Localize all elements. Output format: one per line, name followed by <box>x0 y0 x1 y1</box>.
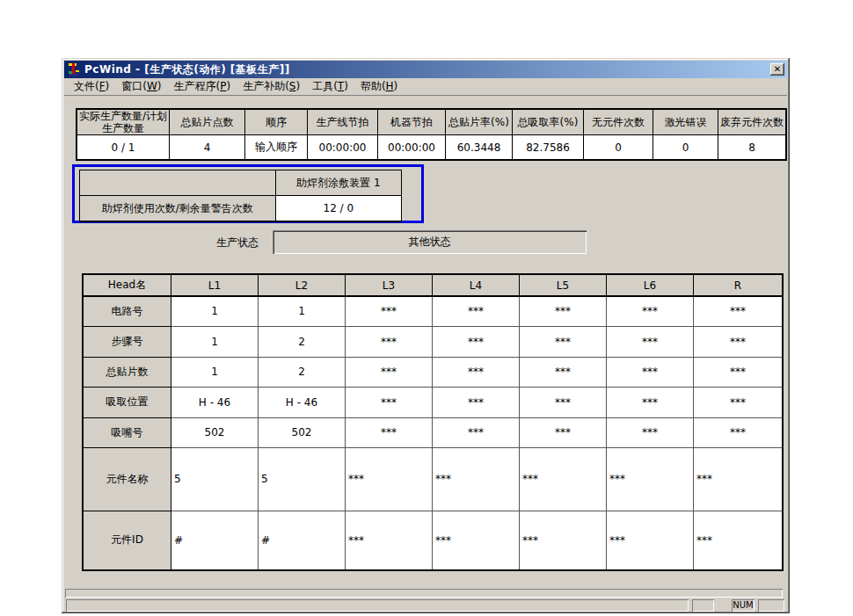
main-value-cell: *** <box>433 387 520 417</box>
stats-header-cell: 机器节拍 <box>378 109 446 135</box>
main-value-cell: *** <box>607 447 694 511</box>
main-table-row: 吸取位置H - 46H - 46*************** <box>83 387 783 417</box>
close-icon: ✕ <box>774 65 781 74</box>
main-value-cell: H - 46 <box>259 387 346 417</box>
main-value-cell: *** <box>346 387 433 417</box>
stats-header-cell: 总吸取率(%) <box>513 109 584 135</box>
menu-item-5[interactable]: 帮助(H) <box>354 78 404 96</box>
main-value-cell: *** <box>694 357 784 387</box>
main-value-cell: *** <box>520 296 607 326</box>
stats-value-cell: 0 / 1 <box>77 135 170 161</box>
main-value-cell: *** <box>694 326 784 357</box>
stats-header-cell: 生产线节拍 <box>308 109 378 135</box>
main-table: Head名L1L2L3L4L5L6R电路号11***************步骤… <box>82 273 784 571</box>
main-value-cell: *** <box>694 417 784 447</box>
main-value-cell: *** <box>520 447 607 511</box>
main-header-cell: L1 <box>171 274 259 296</box>
main-header-cell: L3 <box>346 274 433 296</box>
stats-value-cell: 00:00:00 <box>308 135 378 161</box>
app-window: PcWind - [生产状态(动作) [基板生产]] ✕ 文件(F)窗口(W)生… <box>62 58 790 613</box>
stats-table: 实际生产数量/计划 生产数量总贴片点数顺序生产线节拍机器节拍总贴片率(%)总吸取… <box>76 108 787 161</box>
main-value-cell: *** <box>607 357 694 387</box>
main-value-cell: 1 <box>171 326 259 357</box>
menu-item-1[interactable]: 窗口(W) <box>115 78 167 96</box>
main-table-row: 元件ID##*************** <box>83 511 783 570</box>
stats-value-cell: 4 <box>170 135 245 161</box>
main-value-cell: 502 <box>171 417 259 447</box>
main-header-cell: R <box>694 274 784 296</box>
stats-header-cell: 激光错误 <box>653 109 718 135</box>
main-value-cell: *** <box>520 417 607 447</box>
main-header-cell: L5 <box>520 274 607 296</box>
status-panel-main <box>66 599 689 612</box>
main-value-cell: 2 <box>259 326 346 357</box>
main-table-row: 总贴片数12*************** <box>83 357 783 387</box>
flux-device-header: 助焊剂涂敷装置 1 <box>275 170 401 196</box>
status-panel-num: NUM <box>732 599 755 612</box>
stats-header-cell: 无元件次数 <box>584 109 653 135</box>
flux-highlight-box: 助焊剂涂敷装置 1 助焊剂使用次数/剩余量警告次数 12 / 0 <box>72 164 424 223</box>
main-value-cell: *** <box>346 417 433 447</box>
menu-item-4[interactable]: 工具(T) <box>306 78 354 96</box>
main-value-cell: 502 <box>259 417 346 447</box>
main-value-cell: 1 <box>171 357 259 387</box>
main-value-cell: *** <box>520 326 607 357</box>
main-value-cell: 2 <box>259 357 346 387</box>
main-value-cell: # <box>259 511 346 570</box>
bottom-panel <box>65 589 783 598</box>
status-bar: NUM <box>63 599 786 612</box>
main-value-cell: *** <box>520 357 607 387</box>
main-value-cell: # <box>171 511 259 570</box>
production-status-label: 生产状态 <box>216 236 259 250</box>
main-value-cell: *** <box>346 357 433 387</box>
stats-value-cell: 00:00:00 <box>378 135 446 161</box>
flux-empty-cell <box>80 170 276 196</box>
main-value-cell: *** <box>346 511 433 570</box>
main-value-cell: *** <box>607 511 694 570</box>
main-row-label: 吸取位置 <box>83 387 171 417</box>
production-status-value: 其他状态 <box>409 235 451 250</box>
title-bar: PcWind - [生产状态(动作) [基板生产]] ✕ <box>64 61 787 78</box>
main-value-cell: 1 <box>259 296 346 326</box>
main-value-cell: *** <box>433 357 520 387</box>
main-value-cell: 5 <box>259 447 346 511</box>
main-value-cell: *** <box>520 511 607 570</box>
menu-item-3[interactable]: 生产补助(S) <box>237 78 306 96</box>
main-value-cell: H - 46 <box>171 387 259 417</box>
main-value-cell: *** <box>607 387 694 417</box>
menu-item-0[interactable]: 文件(F) <box>68 78 115 96</box>
main-value-cell: *** <box>433 511 520 570</box>
main-value-cell: *** <box>694 387 784 417</box>
status-panel-3 <box>758 599 784 612</box>
menu-bar: 文件(F)窗口(W)生产程序(P)生产补助(S)工具(T)帮助(H) <box>64 79 787 96</box>
production-status-box: 其他状态 <box>273 230 587 254</box>
app-icon <box>67 62 81 76</box>
flux-row-label: 助焊剂使用次数/剩余量警告次数 <box>80 196 276 222</box>
menu-item-2[interactable]: 生产程序(P) <box>168 78 237 96</box>
main-header-cell: Head名 <box>83 274 171 296</box>
main-value-cell: *** <box>433 447 520 511</box>
main-row-label: 吸嘴号 <box>83 417 171 447</box>
main-value-cell: *** <box>520 387 607 417</box>
main-header-cell: L4 <box>433 274 520 296</box>
stats-header-cell: 顺序 <box>245 109 308 135</box>
main-value-cell: 1 <box>171 296 259 326</box>
main-value-cell: *** <box>694 447 784 511</box>
main-value-cell: *** <box>607 296 694 326</box>
stats-value-cell: 8 <box>718 135 787 161</box>
main-value-cell: *** <box>694 511 784 570</box>
main-value-cell: *** <box>607 417 694 447</box>
main-table-row: 电路号11*************** <box>83 296 783 326</box>
flux-table: 助焊剂涂敷装置 1 助焊剂使用次数/剩余量警告次数 12 / 0 <box>79 170 402 222</box>
stats-header-cell: 总贴片率(%) <box>446 109 513 135</box>
main-value-cell: *** <box>433 326 520 357</box>
stats-value-cell: 0 <box>653 135 718 161</box>
stats-value-cell: 60.3448 <box>446 135 513 161</box>
main-value-cell: 5 <box>171 447 259 511</box>
main-table-row: 步骤号12*************** <box>83 326 783 357</box>
flux-value: 12 / 0 <box>275 196 401 222</box>
close-button[interactable]: ✕ <box>770 63 784 76</box>
window-title: PcWind - [生产状态(动作) [基板生产]] <box>84 62 770 77</box>
main-table-row: 元件名称55*************** <box>83 447 783 511</box>
main-row-label: 电路号 <box>83 296 171 326</box>
